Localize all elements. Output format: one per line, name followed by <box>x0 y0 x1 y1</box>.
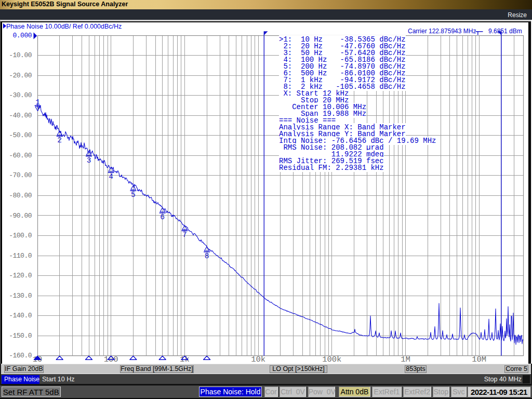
svg-text:1: 1 <box>35 98 40 107</box>
svg-text:3: 3 <box>87 156 91 165</box>
svg-text:6: 6 <box>160 213 165 221</box>
svg-text:5: 5 <box>131 191 136 199</box>
svg-text:4: 4 <box>109 172 113 181</box>
svg-text:8: 8 <box>205 252 209 260</box>
svg-text:7: 7 <box>182 231 187 239</box>
svg-text:2: 2 <box>57 136 62 144</box>
